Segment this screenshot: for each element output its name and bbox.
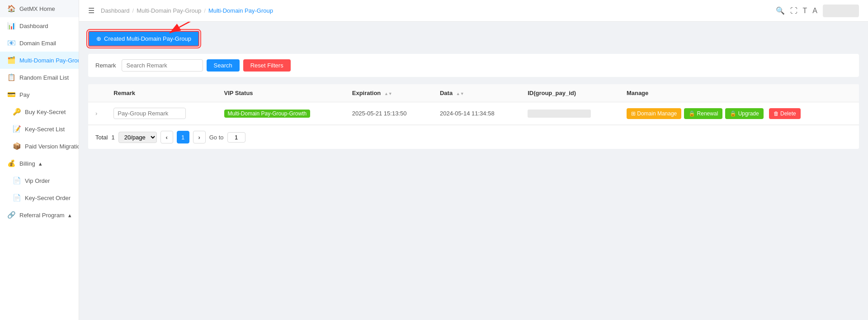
font-icon[interactable]: T (803, 7, 807, 15)
sidebar-item-key-secret-list[interactable]: 📝 Key-Secret List (0, 120, 79, 138)
sidebar-label-key-secret-order: Key-Secret Order (25, 195, 71, 201)
id-cell (520, 102, 619, 125)
sidebar-label-random-email-list: Random Email List (19, 74, 69, 81)
chevron-icon-billing: ▴ (39, 160, 42, 167)
header-actions: 🔍 ⛶ T A (776, 5, 859, 17)
data-cell: 2024-05-14 11:34:58 (433, 102, 520, 125)
table-row: › Multi-Domain Pay-Group-Growth 2025-05-… (88, 102, 859, 125)
goto-input[interactable] (227, 132, 245, 143)
sidebar-item-referral-program[interactable]: 🔗 Referral Program ▴ (0, 206, 79, 224)
remark-search-input[interactable] (122, 59, 203, 72)
expiration-sort-icon[interactable]: ▲▼ (384, 92, 392, 96)
lock-icon: 🔒 (689, 110, 695, 117)
sidebar-item-paid-version-migration[interactable]: 📦 Paid Version Migration (0, 138, 79, 155)
sidebar-label-key-secret-list: Key-Secret List (25, 126, 65, 133)
expiration-cell: 2025-05-21 15:13:50 (345, 102, 433, 125)
col-expand (88, 84, 106, 102)
renewal-button[interactable]: 🔒 Renewal (684, 108, 722, 119)
sidebar-label-vip-order: Vip Order (25, 177, 50, 184)
sidebar-item-pay[interactable]: 💳 Pay (0, 86, 79, 103)
trash-icon: 🗑 (774, 110, 779, 117)
filter-row: Remark Search Reset Filters (88, 54, 859, 77)
reset-filters-button[interactable]: Reset Filters (243, 59, 291, 72)
chevron-icon-referral-program: ▴ (68, 212, 71, 219)
sidebar-icon-billing: 💰 (7, 159, 16, 167)
col-data: Data ▲▼ (433, 84, 520, 102)
create-button-label: Created Multi-Domain Pay-Group (104, 35, 191, 42)
table-header-row: Remark VIP Status Expiration ▲▼ Data ▲▼ … (88, 84, 859, 102)
menu-icon[interactable]: ☰ (88, 6, 94, 15)
breadcrumb-multi-domain[interactable]: Multi-Domain Pay-Group (137, 7, 201, 14)
sidebar-item-dashboard[interactable]: 📊 Dashboard (0, 17, 79, 34)
sidebar-item-key-secret-order[interactable]: 📄 Key-Secret Order (0, 189, 79, 206)
create-icon: ⊕ (96, 35, 101, 42)
sidebar-item-billing[interactable]: 💰 Billing ▴ (0, 155, 79, 172)
sidebar-item-vip-order[interactable]: 📄 Vip Order (0, 172, 79, 189)
fullscreen-icon[interactable]: ⛶ (790, 7, 797, 15)
sidebar-icon-key-secret-order: 📄 (13, 194, 21, 202)
sidebar-label-pay: Pay (19, 91, 29, 98)
sidebar-label-paid-version-migration: Paid Version Migration (25, 143, 79, 150)
pagination-row: Total 1 20/page 10/page 50/page ‹ 1 › Go… (88, 125, 859, 149)
sidebar-label-dashboard: Dashboard (19, 23, 48, 29)
sidebar-label-buy-key-secret: Buy Key-Secret (25, 109, 66, 115)
breadcrumb-current: Multi-Domain Pay-Group (208, 7, 273, 14)
data-table: Remark VIP Status Expiration ▲▼ Data ▲▼ … (88, 84, 859, 125)
sidebar-label-multi-domain-pay-group: Multi-Domain Pay-Group (19, 57, 79, 64)
sidebar-icon-pay: 💳 (7, 91, 16, 99)
breadcrumb-sep-1: / (132, 7, 134, 14)
delete-button[interactable]: 🗑 Delete (769, 108, 801, 119)
domain-manage-button[interactable]: ⊞ Domain Manage (627, 108, 681, 119)
manage-buttons: ⊞ Domain Manage 🔒 Renewal 🔒 Upgrade 🗑 De… (627, 108, 852, 119)
sidebar-icon-paid-version-migration: 📦 (13, 142, 21, 150)
grid-icon: ⊞ (631, 110, 636, 117)
sidebar-label-domain-email: Domain Email (19, 40, 56, 47)
row-expand-btn[interactable]: › (95, 110, 97, 117)
sidebar-icon-vip-order: 📄 (13, 177, 21, 185)
col-manage: Manage (619, 84, 859, 102)
sidebar-item-getmx-home[interactable]: 🏠 GetMX Home (0, 0, 79, 17)
col-expiration: Expiration ▲▼ (345, 84, 433, 102)
col-vip-status: VIP Status (217, 84, 345, 102)
id-blurred (528, 110, 591, 118)
upgrade-button[interactable]: 🔒 Upgrade (725, 108, 763, 119)
page-1-button[interactable]: 1 (177, 131, 189, 143)
breadcrumb-dashboard[interactable]: Dashboard (101, 7, 130, 14)
sidebar-item-buy-key-secret[interactable]: 🔑 Buy Key-Secret (0, 103, 79, 120)
prev-page-button[interactable]: ‹ (160, 131, 173, 143)
create-multi-domain-button[interactable]: ⊕ Created Multi-Domain Pay-Group (88, 31, 199, 47)
col-remark: Remark (106, 84, 217, 102)
sidebar: 🏠 GetMX Home 📊 Dashboard 📧 Domain Email … (0, 0, 79, 320)
translate-icon[interactable]: A (812, 7, 817, 15)
remark-input[interactable] (113, 108, 186, 119)
remark-label: Remark (95, 62, 116, 69)
next-page-button[interactable]: › (193, 131, 206, 143)
data-sort-icon[interactable]: ▲▼ (456, 92, 464, 96)
sidebar-icon-random-email-list: 📋 (7, 73, 16, 81)
total-count: 1 (111, 134, 114, 141)
main-content: ☰ Dashboard / Multi-Domain Pay-Group / M… (79, 0, 868, 320)
sidebar-item-multi-domain-pay-group[interactable]: 🗂️ Multi-Domain Pay-Group (0, 52, 79, 69)
sidebar-icon-getmx-home: 🏠 (7, 5, 16, 13)
sidebar-item-random-email-list[interactable]: 📋 Random Email List (0, 69, 79, 86)
search-icon[interactable]: 🔍 (776, 6, 785, 15)
breadcrumb: ☰ Dashboard / Multi-Domain Pay-Group / M… (88, 6, 273, 15)
page-size-select[interactable]: 20/page 10/page 50/page (118, 132, 157, 143)
sidebar-label-referral-program: Referral Program (19, 212, 65, 219)
search-button[interactable]: Search (207, 59, 240, 72)
table-container: Remark VIP Status Expiration ▲▼ Data ▲▼ … (88, 84, 859, 149)
avatar[interactable] (823, 5, 859, 17)
sidebar-label-billing: Billing (19, 160, 35, 167)
total-label: Total (95, 134, 108, 141)
sidebar-item-domain-email[interactable]: 📧 Domain Email (0, 34, 79, 52)
sidebar-icon-referral-program: 🔗 (7, 211, 16, 219)
breadcrumb-sep-2: / (204, 7, 206, 14)
sidebar-icon-domain-email: 📧 (7, 39, 16, 47)
goto-label: Go to (209, 134, 224, 141)
sidebar-icon-multi-domain-pay-group: 🗂️ (7, 56, 16, 64)
header: ☰ Dashboard / Multi-Domain Pay-Group / M… (79, 0, 868, 22)
content-area: ⊕ Created Multi-Domain Pay-Group Remark … (79, 22, 868, 320)
sidebar-icon-dashboard: 📊 (7, 22, 16, 30)
vip-status-tag: Multi-Domain Pay-Group-Growth (224, 110, 311, 118)
sidebar-icon-key-secret-list: 📝 (13, 125, 21, 133)
